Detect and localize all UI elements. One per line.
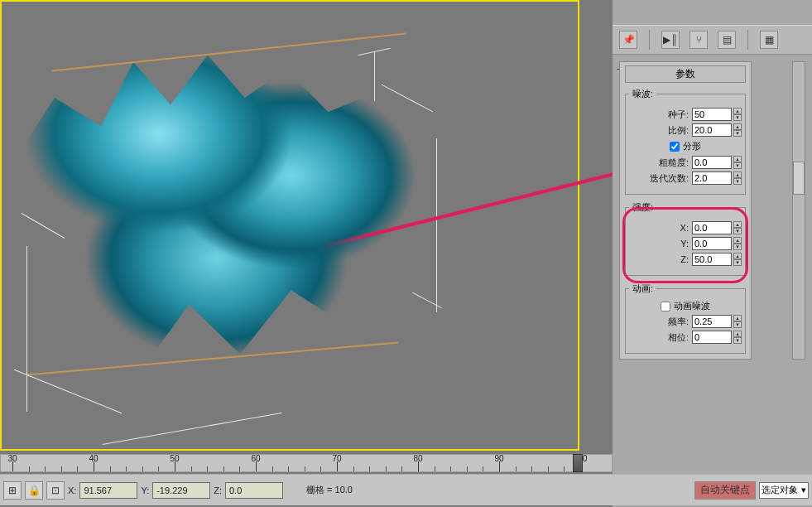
viewport-area[interactable]: 30405060708090100 xyxy=(0,0,613,507)
parameters-panel: 参数 噪波: 种子: ▲▼ 比例: ▲▼ 分形 xyxy=(619,61,752,360)
wireframe-edge xyxy=(27,341,398,375)
strength-x-spinner[interactable]: ▲▼ xyxy=(692,221,742,234)
iterations-input[interactable] xyxy=(692,171,732,185)
phase-spinner[interactable]: ▲▼ xyxy=(692,331,742,344)
roughness-input[interactable] xyxy=(692,156,732,169)
iterations-spinner[interactable]: ▲▼ xyxy=(692,171,742,185)
strength-y-row: Y: ▲▼ xyxy=(629,237,742,250)
anim-noise-checkbox[interactable] xyxy=(661,302,670,311)
spinner-up-icon[interactable]: ▲ xyxy=(733,315,742,321)
group-label: 强度: xyxy=(629,201,656,214)
command-panel-column: 📌 ▶║ ⑂ ▤ ▦ - 参数 噪波: 种子: ▲▼ 比例: ▲▼ xyxy=(613,0,812,507)
spinner-down-icon[interactable]: ▼ xyxy=(733,259,742,266)
spinner-down-icon[interactable]: ▼ xyxy=(733,337,742,344)
ruler-subtick xyxy=(531,466,532,471)
spinner-up-icon[interactable]: ▲ xyxy=(733,156,742,162)
pin-icon[interactable]: 📌 xyxy=(619,31,637,49)
status-bar: ⊞ 🔒 ⊡ X: 91.567 Y: -19.229 Z: 0.0 栅格 = 1… xyxy=(0,474,812,505)
timeline-ruler[interactable]: 30405060708090100 xyxy=(0,454,613,472)
scale-input[interactable] xyxy=(692,123,732,137)
fractal-checkbox[interactable] xyxy=(670,142,680,152)
time-slider-thumb[interactable] xyxy=(573,454,583,472)
strength-x-input[interactable] xyxy=(692,221,732,234)
spinner-down-icon[interactable]: ▼ xyxy=(733,178,742,185)
spinner-up-icon[interactable]: ▲ xyxy=(733,108,742,114)
spinner-up-icon[interactable]: ▲ xyxy=(733,331,742,337)
snap-toggle-icon[interactable]: ⊞ xyxy=(3,481,22,500)
active-viewport[interactable] xyxy=(0,0,579,451)
ruler-subtick xyxy=(288,466,289,471)
spinner-up-icon[interactable]: ▲ xyxy=(733,123,742,130)
coord-x-label: X: xyxy=(68,485,76,495)
ruler-subtick xyxy=(401,466,402,471)
chevron-down-icon: ▾ xyxy=(801,485,806,495)
frequency-row: 频率: ▲▼ xyxy=(629,315,742,328)
frequency-input[interactable] xyxy=(692,315,732,328)
bbox-edge xyxy=(103,413,282,445)
strength-z-input[interactable] xyxy=(692,253,732,266)
ruler-subtick xyxy=(142,466,143,471)
strength-y-spinner[interactable]: ▲▼ xyxy=(692,237,742,250)
strength-y-input[interactable] xyxy=(692,237,732,250)
ruler-subtick xyxy=(386,466,387,471)
animation-group: 动画: 动画噪波 频率: ▲▼ 相位: ▲▼ xyxy=(625,282,746,354)
spinner-up-icon[interactable]: ▲ xyxy=(733,237,742,244)
spinner-up-icon[interactable]: ▲ xyxy=(733,221,742,228)
ruler-subtick xyxy=(239,466,240,471)
dropdown-value: 选定对象 xyxy=(762,484,798,496)
phase-input[interactable] xyxy=(692,331,732,344)
phase-row: 相位: ▲▼ xyxy=(629,331,742,344)
prefs-icon[interactable]: ▦ xyxy=(760,31,778,49)
strength-z-row: Z: ▲▼ xyxy=(629,253,742,266)
ruler-tick-label: 40 xyxy=(89,454,98,463)
strength-z-spinner[interactable]: ▲▼ xyxy=(692,253,742,266)
grid-label: 栅格 = 10.0 xyxy=(306,484,353,496)
strength-z-label: Z: xyxy=(680,254,689,264)
seed-row: 种子: ▲▼ xyxy=(629,108,742,121)
ruler-subtick xyxy=(516,466,517,471)
coord-x-field[interactable]: 91.567 xyxy=(79,482,137,499)
scale-label: 比例: xyxy=(668,124,689,137)
absolute-mode-icon[interactable]: ⊡ xyxy=(46,481,65,500)
roughness-row: 粗糙度: ▲▼ xyxy=(629,156,742,169)
bbox-edge xyxy=(374,51,375,101)
auto-key-button[interactable]: 自动关键点 xyxy=(694,481,756,500)
ruler-subtick xyxy=(191,466,192,471)
ruler-subtick xyxy=(158,466,159,471)
spinner-down-icon[interactable]: ▼ xyxy=(733,114,742,121)
lock-icon[interactable]: 🔒 xyxy=(25,481,43,500)
spinner-down-icon[interactable]: ▼ xyxy=(733,162,742,169)
spinner-down-icon[interactable]: ▼ xyxy=(733,321,742,328)
spinner-down-icon[interactable]: ▼ xyxy=(733,244,742,250)
layers-icon[interactable]: ▤ xyxy=(718,31,736,49)
spinner-down-icon[interactable]: ▼ xyxy=(733,228,742,234)
rollout-title[interactable]: 参数 xyxy=(625,65,746,83)
noise-group: 噪波: 种子: ▲▼ 比例: ▲▼ 分形 粗糙度: xyxy=(625,88,746,195)
separator xyxy=(747,30,748,50)
coord-y-field[interactable]: -19.229 xyxy=(152,482,210,499)
modifier-toolbar: 📌 ▶║ ⑂ ▤ ▦ xyxy=(613,25,812,55)
scrollbar-thumb[interactable] xyxy=(793,162,805,195)
fork-icon[interactable]: ⑂ xyxy=(689,31,708,49)
key-filter-dropdown[interactable]: 选定对象 ▾ xyxy=(759,482,809,499)
anim-noise-checkbox-row[interactable]: 动画噪波 xyxy=(629,300,742,312)
ruler-subtick xyxy=(548,466,549,471)
seed-spinner[interactable]: ▲▼ xyxy=(692,108,742,121)
strength-x-row: X: ▲▼ xyxy=(629,221,742,234)
spinner-up-icon[interactable]: ▲ xyxy=(733,171,742,178)
seed-input[interactable] xyxy=(692,108,732,121)
iterations-label: 迭代次数: xyxy=(650,172,689,185)
ruler-tick-label: 70 xyxy=(332,454,341,463)
panel-scrollbar[interactable] xyxy=(792,61,805,360)
coord-y-label: Y: xyxy=(141,485,149,495)
scale-spinner[interactable]: ▲▼ xyxy=(692,123,742,137)
fractal-checkbox-row[interactable]: 分形 xyxy=(629,140,742,152)
spinner-down-icon[interactable]: ▼ xyxy=(733,130,742,137)
coord-z-field[interactable]: 0.0 xyxy=(225,482,283,499)
ruler-subtick xyxy=(110,466,111,471)
noise-terrain-mesh[interactable] xyxy=(0,27,449,383)
frequency-spinner[interactable]: ▲▼ xyxy=(692,315,742,328)
spinner-up-icon[interactable]: ▲ xyxy=(733,253,742,259)
roughness-spinner[interactable]: ▲▼ xyxy=(692,156,742,169)
play-pause-icon[interactable]: ▶║ xyxy=(661,31,680,49)
